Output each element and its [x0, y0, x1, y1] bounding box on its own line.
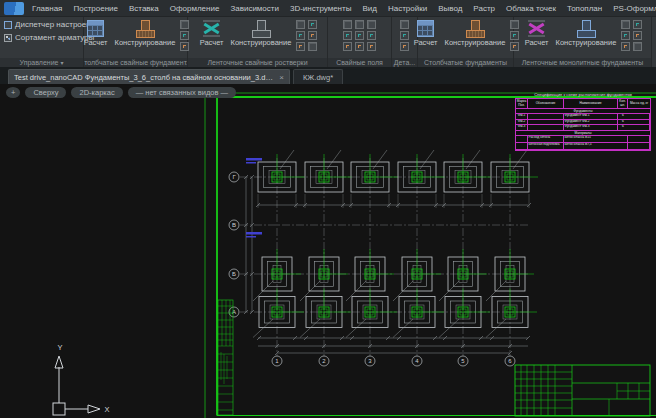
viewport-pill-3[interactable]: 2D-каркас: [71, 87, 122, 98]
ribbon-group-body: РасчетКонструирование: [84, 17, 187, 58]
stolb-fund-calc-button[interactable]: Расчет: [412, 19, 440, 48]
tool-icon[interactable]: [343, 20, 352, 29]
menu-item-4[interactable]: Оформление: [170, 4, 220, 13]
ribbon-group-body: РасчетКонструирование: [514, 17, 651, 58]
document-tab-active[interactable]: Test drive_nanoCAD Фундаменты_3_6_столб …: [8, 69, 290, 84]
svg-text:Б: Б: [232, 271, 236, 277]
menu-item-10[interactable]: Растр: [473, 4, 495, 13]
ribbon-group-label-lent-svai-rostverki[interactable]: Ленточные свайные ростверки: [188, 58, 327, 67]
tool-icon[interactable]: [400, 42, 409, 51]
tool-icon[interactable]: [367, 20, 376, 29]
tool-icon[interactable]: [400, 31, 409, 40]
menu-item-2[interactable]: Построение: [73, 4, 118, 13]
spec-header-cell: Наименование: [564, 99, 618, 109]
ribbon-group-label-stolb-svai-fund[interactable]: Столбчатые свайные фундамент...: [84, 58, 187, 67]
svg-text:1: 1: [275, 358, 279, 364]
tool-icon[interactable]: [400, 20, 409, 29]
spec-row-cell: [516, 136, 528, 143]
ribbon-group-label-detali[interactable]: Дета...: [392, 58, 417, 67]
tool-icon[interactable]: [343, 42, 352, 51]
viewport-pill-2[interactable]: Сверху: [25, 87, 66, 98]
lent-monolit-fund-label-text: Ленточные монолитные фундаменты: [522, 59, 644, 66]
button-label: Конструирование: [231, 38, 292, 47]
stolb-svai-fund-design-button[interactable]: Конструирование: [113, 19, 178, 48]
ribbon-group-label-svainye-polya[interactable]: Свайные поля: [328, 58, 391, 67]
spec-header-cell: Обозначение: [528, 99, 564, 109]
menu-item-1[interactable]: Главная: [32, 4, 62, 13]
menu-item-9[interactable]: Вывод: [438, 4, 462, 13]
footing-blue-icon: [577, 20, 594, 37]
document-tab-inactive[interactable]: КЖ.dwg*: [293, 69, 343, 84]
button-label: Конструирование: [115, 38, 176, 47]
menu-item-13[interactable]: PS-Оформление: [613, 4, 656, 13]
menu-item-11[interactable]: Облака точек: [506, 4, 556, 13]
ribbon-group-label-stolb-fund[interactable]: Столбчатые фундаменты: [418, 58, 513, 67]
tool-icon[interactable]: [343, 31, 352, 40]
lent-monolit-fund-design-button[interactable]: Конструирование: [554, 19, 619, 48]
upravlenie-label-text: Управление: [20, 59, 59, 66]
tool-icon[interactable]: [367, 42, 376, 51]
lent-svai-rostverki-design-button[interactable]: Конструирование: [229, 19, 294, 48]
lent-monolit-fund-calc-button[interactable]: Расчет: [523, 19, 551, 48]
svg-text:Г: Г: [232, 174, 236, 180]
ribbon-groups: Диспетчер настроекСортамент арматурыУпра…: [0, 17, 656, 67]
detali-label-text: Дета...: [394, 59, 415, 66]
tool-icon[interactable]: [308, 31, 317, 40]
app-logo-icon[interactable]: [4, 2, 24, 15]
tool-icon[interactable]: [621, 31, 630, 40]
lent-svai-rostverki-calc-button[interactable]: Расчет: [198, 19, 226, 48]
tool-icon[interactable]: [355, 42, 364, 51]
menu-item-7[interactable]: Вид: [362, 4, 376, 13]
ribbon-group-body: РасчетКонструирование: [188, 17, 327, 58]
menu-item-3[interactable]: Вставка: [129, 4, 159, 13]
footing-gray-icon: [252, 20, 269, 37]
chevron-down-icon: ▾: [60, 60, 63, 66]
ribbon-item-upravlenie-1[interactable]: Диспетчер настроек: [4, 19, 90, 30]
spec-row-cell: [516, 143, 528, 150]
calc-blue-icon: [87, 20, 104, 37]
stolb-svai-fund-calc-button[interactable]: Расчет: [82, 19, 110, 48]
viewport-pill-1[interactable]: +: [6, 87, 20, 98]
stolb-fund-design-button[interactable]: Конструирование: [443, 19, 508, 48]
drawing-canvas[interactable]: +Сверху2D-каркас— нет связанных видов — …: [0, 84, 656, 418]
menu-item-5[interactable]: Зависимости: [230, 4, 279, 13]
menu-item-8[interactable]: Настройки: [388, 4, 427, 13]
tool-icon[interactable]: [296, 31, 305, 40]
svg-text:5: 5: [461, 358, 465, 364]
tool-icon[interactable]: [633, 31, 642, 40]
close-tab-icon[interactable]: ×: [279, 73, 284, 82]
grillage-magenta-icon: [528, 20, 545, 37]
tool-icon[interactable]: [308, 42, 317, 51]
tool-icon[interactable]: [621, 42, 630, 51]
menu-bar: ГлавнаяПостроениеВставкаОформлениеЗависи…: [0, 0, 656, 17]
tool-icon[interactable]: [308, 20, 317, 29]
menu-item-12[interactable]: Топоплан: [567, 4, 602, 13]
view-markers: [246, 158, 262, 238]
ribbon-group-body: Диспетчер настроекСортамент арматуры: [0, 17, 83, 58]
small-icon-column: [308, 19, 317, 51]
spec-row-cell: Бетон класса В15: [564, 136, 618, 143]
viewport-pill-4[interactable]: — нет связанных видов —: [128, 87, 236, 98]
tool-icon[interactable]: [355, 31, 364, 40]
settings-manager-icon: [4, 21, 12, 29]
ribbon-item-label: Диспетчер настроек: [15, 20, 90, 29]
ribbon-group-label-lent-monolit-fund[interactable]: Ленточные монолитные фундаменты: [514, 58, 651, 67]
tool-icon[interactable]: [633, 42, 642, 51]
tool-icon[interactable]: [355, 20, 364, 29]
small-icon-column: [633, 19, 642, 51]
calc-blue-icon: [417, 20, 434, 37]
tool-icon[interactable]: [621, 20, 630, 29]
footing-orange-icon: [136, 20, 153, 37]
tool-icon[interactable]: [633, 20, 642, 29]
tool-icon[interactable]: [367, 31, 376, 40]
button-label: Расчет: [200, 38, 224, 47]
tool-icon[interactable]: [296, 42, 305, 51]
spec-row-cell: Бетон класса В7,5: [564, 143, 618, 150]
ribbon-group-lent-monolit-fund: РасчетКонструированиеЛенточные монолитны…: [514, 17, 652, 67]
tool-icon[interactable]: [296, 20, 305, 29]
button-label: Расчет: [414, 38, 438, 47]
document-tab-title-2: КЖ.dwg*: [303, 73, 333, 82]
ribbon-group-upravlenie: Диспетчер настроекСортамент арматурыУпра…: [0, 17, 84, 67]
ribbon-group-label-upravlenie[interactable]: Управление▾: [0, 58, 83, 67]
menu-item-6[interactable]: 3D-инструменты: [290, 4, 352, 13]
